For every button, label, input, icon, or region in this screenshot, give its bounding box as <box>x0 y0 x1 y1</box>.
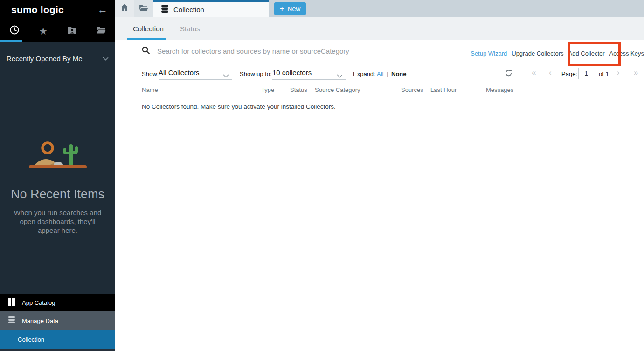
column-header-source-category: Source Category <box>315 86 401 93</box>
search-bar <box>142 46 417 56</box>
expand-none-link[interactable]: None <box>391 70 407 77</box>
show-dropdown[interactable]: All Collectors <box>159 67 232 80</box>
collectors-table-header: Name Type Status Source Category Sources… <box>142 86 644 93</box>
people-folder-icon <box>67 26 77 36</box>
no-recent-items-title: No Recent Items <box>0 187 115 202</box>
expand-all-link[interactable]: All <box>377 70 383 77</box>
browse-folder-button[interactable] <box>134 0 153 17</box>
page-first-icon[interactable]: « <box>532 68 536 78</box>
tab-library[interactable] <box>86 20 115 42</box>
tab-shared-content[interactable] <box>58 20 87 42</box>
grid-icon <box>8 298 15 307</box>
show-up-to-label: Show up to: <box>240 70 272 77</box>
menu-item-manage-data[interactable]: Manage Data <box>0 311 115 330</box>
show-label: Show: <box>142 70 159 77</box>
column-header-status: Status <box>290 86 315 93</box>
menu-item-label: Collection <box>18 336 44 343</box>
sub-tab-bar: Collection Status <box>115 17 644 40</box>
new-button[interactable]: + New <box>274 2 306 15</box>
recently-opened-label: Recently Opened By Me <box>7 55 83 63</box>
clock-icon <box>9 25 20 37</box>
sumo-logic-logo: sumo logic <box>11 4 64 15</box>
setup-wizard-link[interactable]: Setup Wizard <box>471 50 507 57</box>
table-header-divider <box>142 97 644 97</box>
sun-icon <box>42 143 53 153</box>
chevron-down-icon <box>223 71 229 80</box>
show-up-to-dropdown[interactable]: 10 collectors <box>272 67 346 80</box>
open-folder-icon <box>139 4 148 13</box>
menu-item-label: App Catalog <box>22 299 55 306</box>
column-header-last-hour: Last Hour <box>430 86 486 93</box>
star-icon: ★ <box>39 26 48 36</box>
menu-item-collection[interactable]: Collection <box>0 330 115 349</box>
cactus-icon <box>69 144 73 166</box>
page-number-input[interactable] <box>578 68 594 79</box>
column-header-messages: Messages <box>486 86 644 93</box>
tab-recents[interactable] <box>0 20 29 42</box>
column-header-name: Name <box>142 86 261 93</box>
plus-icon: + <box>280 5 284 13</box>
page-of-label: of 1 <box>599 70 609 77</box>
upgrade-collectors-link[interactable]: Upgrade Collectors <box>512 50 563 57</box>
empty-collectors-message: No Collectors found. Make sure you activ… <box>142 103 336 110</box>
expand-separator: | <box>387 70 388 77</box>
sidebar-header: sumo logic ← <box>0 0 115 20</box>
page-next-icon[interactable]: › <box>617 68 620 78</box>
sidebar-icon-tabs: ★ <box>0 20 115 42</box>
recently-opened-section: Recently Opened By Me <box>0 42 115 68</box>
tab-collection[interactable]: Collection <box>153 0 269 17</box>
chevron-down-icon <box>103 54 109 63</box>
page-last-icon[interactable]: » <box>634 68 638 78</box>
expand-label: Expand: <box>353 70 375 77</box>
add-collector-link[interactable]: Add Collector <box>568 50 605 57</box>
top-tab-strip: Collection + New <box>115 0 644 17</box>
show-dropdown-value: All Collectors <box>159 69 200 77</box>
search-input[interactable] <box>156 47 417 56</box>
column-header-sources: Sources <box>401 86 430 93</box>
subtab-collection[interactable]: Collection <box>133 25 164 33</box>
database-icon <box>161 5 169 14</box>
database-icon <box>8 316 15 325</box>
access-keys-link[interactable]: Access Keys <box>609 50 644 57</box>
filter-toolbar: Show: All Collectors Show up to: 10 coll… <box>115 67 644 82</box>
ground-line <box>29 165 87 168</box>
home-button[interactable] <box>115 0 134 17</box>
page-prev-icon[interactable]: ‹ <box>549 68 552 78</box>
page-label: Page: <box>561 70 577 77</box>
recently-opened-dropdown[interactable]: Recently Opened By Me <box>6 54 110 63</box>
recently-opened-divider <box>6 68 110 68</box>
new-button-label: New <box>287 5 300 13</box>
tab-favorites[interactable]: ★ <box>29 20 58 42</box>
chevron-down-icon <box>337 71 343 80</box>
column-header-type: Type <box>261 86 290 93</box>
main-area: Collection + New Collection Status Setup… <box>115 0 644 351</box>
menu-item-label: Manage Data <box>22 317 58 324</box>
subtab-status[interactable]: Status <box>180 25 200 33</box>
show-up-to-dropdown-value: 10 collectors <box>272 69 312 77</box>
menu-item-app-catalog[interactable]: App Catalog <box>0 294 115 311</box>
active-tab-indicator <box>0 40 22 42</box>
collection-content: Setup Wizard Upgrade Collectors Add Coll… <box>115 40 644 351</box>
home-icon <box>120 4 129 13</box>
search-icon <box>142 46 150 56</box>
no-recent-items-description: When you run searches and open dashboard… <box>0 208 115 235</box>
open-folder-icon <box>96 26 106 35</box>
desert-illustration <box>0 140 115 175</box>
collapse-sidebar-icon[interactable]: ← <box>97 5 108 15</box>
tab-title: Collection <box>173 6 204 14</box>
sidebar-footer-strip <box>0 349 115 351</box>
sidebar: sumo logic ← ★ Recently Opened By Me <box>0 0 115 351</box>
header-links: Setup Wizard Upgrade Collectors Add Coll… <box>471 50 644 57</box>
sidebar-bottom-menu: App Catalog Manage Data Collection <box>0 294 115 351</box>
refresh-icon[interactable] <box>505 69 512 79</box>
